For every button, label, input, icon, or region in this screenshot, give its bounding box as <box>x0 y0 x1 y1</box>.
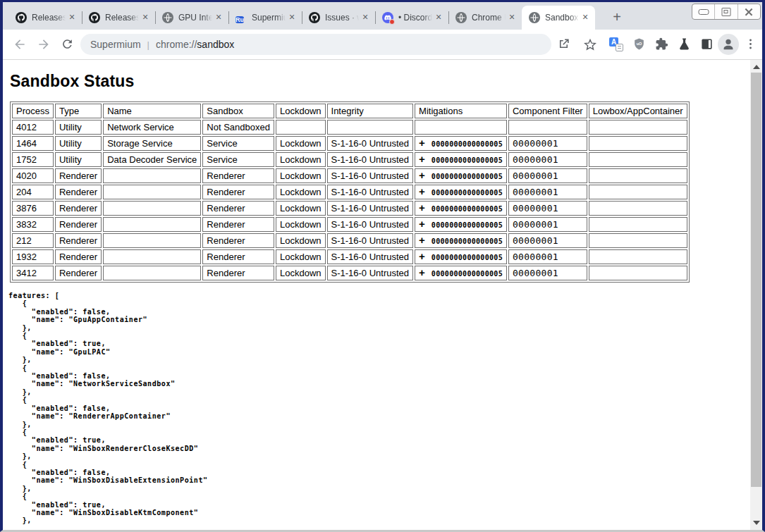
globe-icon <box>162 12 173 23</box>
component-filter-value: 00000001 <box>508 217 587 232</box>
table-cell <box>103 217 201 232</box>
github-icon <box>89 12 100 23</box>
maximize-button[interactable] <box>715 4 738 19</box>
table-cell: +0000000000000005 <box>415 185 507 199</box>
table-cell: Renderer <box>202 266 274 280</box>
forward-button[interactable] <box>37 37 51 51</box>
github-icon <box>16 12 27 23</box>
back-button[interactable] <box>13 37 27 51</box>
component-filter-value: 00000001 <box>508 201 587 216</box>
tab-supermium[interactable]: Ru Supermiu × <box>228 6 302 30</box>
tab-releases-2[interactable]: Releases × <box>82 6 155 30</box>
table-cell: 4020 <box>12 168 54 183</box>
table-row: 3412RendererRendererLockdownS-1-16-0 Unt… <box>12 266 687 280</box>
expand-mitigations-button[interactable]: + <box>419 253 425 260</box>
reload-button[interactable] <box>61 37 75 51</box>
expand-mitigations-button[interactable]: + <box>419 237 425 244</box>
table-cell: Lockdown <box>276 185 326 199</box>
table-cell: Service <box>202 152 274 167</box>
labs-flask-icon[interactable] <box>678 37 692 51</box>
tab-chrome-urls[interactable]: Chrome U × <box>448 6 522 30</box>
table-cell: Data Decoder Service <box>103 152 201 167</box>
column-header: Process <box>12 104 54 118</box>
expand-mitigations-button[interactable]: + <box>419 269 425 276</box>
table-cell: S-1-16-0 Untrusted <box>327 201 414 216</box>
scroll-down-icon[interactable] <box>753 521 760 525</box>
expand-mitigations-button[interactable]: + <box>419 140 425 147</box>
table-cell <box>103 266 201 280</box>
table-cell: Renderer <box>202 249 274 264</box>
tab-close-icon[interactable]: × <box>140 12 151 23</box>
tab-issues[interactable]: Issues · w × <box>302 6 375 30</box>
table-cell: Renderer <box>202 201 274 216</box>
tab-discord[interactable]: • Discord × <box>375 6 448 30</box>
tab-close-icon[interactable]: × <box>433 12 444 23</box>
tab-close-icon[interactable]: × <box>360 12 371 23</box>
tab-close-icon[interactable]: × <box>506 12 518 23</box>
share-button[interactable] <box>557 37 571 51</box>
tab-title: Chrome U <box>472 13 506 23</box>
ublock-shield-icon[interactable] <box>632 37 647 51</box>
table-cell: 1752 <box>12 152 54 167</box>
table-cell: Renderer <box>202 168 274 183</box>
tab-close-icon[interactable]: × <box>66 12 78 23</box>
table-cell: Renderer <box>55 217 102 232</box>
tab-title: Supermiu <box>252 13 286 23</box>
ru-icon: Ru <box>235 12 247 23</box>
vertical-scrollbar[interactable] <box>750 60 762 530</box>
expand-mitigations-button[interactable]: + <box>419 221 425 228</box>
extensions-puzzle-icon[interactable] <box>655 37 669 51</box>
close-button[interactable] <box>738 4 760 19</box>
table-cell <box>589 249 687 264</box>
avatar[interactable] <box>718 34 739 55</box>
table-row: 204RendererRendererLockdownS-1-16-0 Untr… <box>12 185 687 199</box>
table-cell: S-1-16-0 Untrusted <box>327 233 414 248</box>
component-filter-value: 00000001 <box>508 249 587 264</box>
table-cell: Lockdown <box>276 266 326 280</box>
tab-title: Sandbox <box>545 13 580 23</box>
window-caption-buttons <box>692 4 761 20</box>
table-cell: Utility <box>55 120 102 135</box>
table-cell: Renderer <box>55 185 102 199</box>
table-cell: Renderer <box>55 168 102 183</box>
expand-mitigations-button[interactable]: + <box>419 204 425 211</box>
table-cell: Renderer <box>55 249 102 264</box>
column-header: Integrity <box>327 104 414 118</box>
table-cell: Lockdown <box>276 152 326 167</box>
scrollbar-thumb[interactable] <box>751 73 761 487</box>
table-cell: 4012 <box>12 120 54 135</box>
translate-icon[interactable]: A <box>609 37 623 51</box>
expand-mitigations-button[interactable]: + <box>419 156 425 163</box>
table-row: 4020RendererRendererLockdownS-1-16-0 Unt… <box>12 168 687 183</box>
side-panel-icon[interactable] <box>700 37 714 51</box>
table-cell <box>589 168 687 183</box>
table-cell <box>589 201 687 216</box>
component-filter-value: 00000001 <box>508 185 587 199</box>
table-cell <box>508 120 587 135</box>
scroll-up-icon[interactable] <box>753 65 760 69</box>
expand-mitigations-button[interactable]: + <box>419 172 425 179</box>
menu-dots-icon[interactable] <box>744 37 758 51</box>
table-cell: Renderer <box>55 266 102 280</box>
table-cell: Renderer <box>55 201 102 216</box>
omnibox[interactable]: Supermium | chrome://sandbox <box>80 34 551 55</box>
bookmark-star-icon[interactable] <box>583 37 597 51</box>
table-row: 212RendererRendererLockdownS-1-16-0 Untr… <box>12 233 687 248</box>
tab-close-icon[interactable]: × <box>286 12 298 23</box>
table-cell: 212 <box>12 233 54 248</box>
tab-gpu-internals[interactable]: GPU Inte × <box>155 6 228 30</box>
sandbox-status-table: ProcessTypeNameSandboxLockdownIntegrityM… <box>10 101 690 283</box>
minimize-button[interactable] <box>692 4 715 19</box>
tab-close-icon[interactable]: × <box>580 12 591 23</box>
new-tab-button[interactable]: + <box>608 8 626 27</box>
mitigations-value: 0000000000000005 <box>432 140 503 148</box>
tab-sandbox-active[interactable]: Sandbox × <box>522 6 595 30</box>
tab-releases-1[interactable]: Releases × <box>8 6 82 30</box>
column-header: Lockdown <box>276 104 326 118</box>
table-cell: +0000000000000005 <box>415 201 507 216</box>
tab-close-icon[interactable]: × <box>213 12 224 23</box>
table-cell: 3412 <box>12 266 54 280</box>
expand-mitigations-button[interactable]: + <box>419 188 425 195</box>
table-cell: +0000000000000005 <box>415 266 507 280</box>
browser-window: Releases × Releases × GPU Inte × Ru Supe… <box>0 0 765 532</box>
